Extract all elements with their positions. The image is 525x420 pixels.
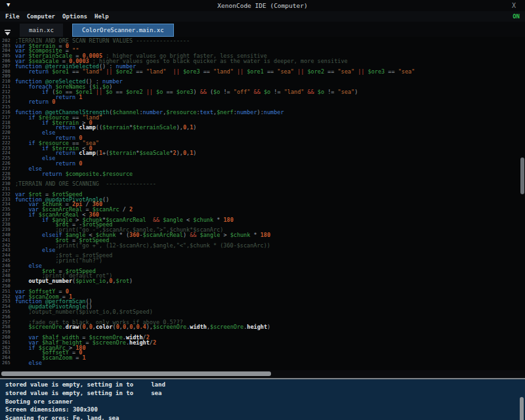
code-line[interactable]: 226 return 0 [0,161,525,167]
code-line[interactable]: 214 return 0 [0,100,525,105]
menu-computer[interactable]: Computer [27,13,55,20]
code-line[interactable]: 242 ;print("go +", (12-$scanArc),$angle,… [0,243,525,249]
window-title: XenonCode IDE (Computer) [0,2,525,9]
tab-main-xc[interactable]: main.xc [20,24,63,37]
menu-options[interactable]: Options [62,13,87,20]
line-code: ;TERRAIN AND ORE SCANNING --------------… [15,182,156,187]
code-line[interactable]: 202;TERRAIN AND ORE SCAN RETURN VALUES -… [0,39,525,44]
console-output: stored value is empty, setting in to lan… [0,379,525,420]
code-line[interactable]: 255 ;output_number($pivot_io,0,$rotSpeed… [0,310,525,315]
code-line[interactable]: 265 else [0,361,525,366]
code-editor[interactable]: 201202;TERRAIN AND ORE SCAN RETURN VALUE… [0,37,525,370]
line-code: return $ore1 == "land" || $ore2 == "land… [15,70,415,75]
code-line[interactable]: 264 $scanZoom = 1 [0,356,525,361]
code-line[interactable]: 213 return 1 [0,95,525,100]
code-line[interactable]: 249 output_number($pivot_io,0,$rot) [0,279,525,284]
console-line: Booting ore scanner [5,398,525,406]
ide-window: ▼ XenonCode IDE (Computer) X File Comput… [0,0,525,420]
collapse-all-icon[interactable] [4,26,11,33]
editor-horizontal-scrollbar[interactable] [0,370,525,378]
console-line: stored value is empty, setting in to sea [5,389,525,398]
line-number: 265 [0,361,15,366]
editor-vertical-scrollbar[interactable] [520,158,524,194]
horizontal-scroll-thumb[interactable] [1,371,271,376]
code-line[interactable]: 208 return $ore1 == "land" || $ore2 == "… [0,70,525,75]
console-line: stored value is empty, setting in to lan… [5,381,525,389]
line-code: output_number($pivot_io,0,$rot) [15,279,133,284]
tab-colororescanner-main-xc[interactable]: ColorOreScanner.main.xc [72,24,174,37]
line-code: return $composite.$resource [15,172,133,177]
menu-file[interactable]: File [5,13,20,20]
code-line[interactable]: 224 return clamp(1+($terrain*$seaScale*2… [0,151,525,156]
line-code: return 0 [15,100,55,105]
close-button[interactable]: X [512,2,516,9]
title-bar: ▼ XenonCode IDE (Computer) X [0,0,525,11]
code-lines: 201202;TERRAIN AND ORE SCAN RETURN VALUE… [0,37,525,366]
line-code: ;output_number($pivot_io,0,$rotSpeed) [15,310,153,315]
menu-bar: File Computer Options Help ON [0,11,525,22]
code-line[interactable]: 228 return $composite.$resource [0,172,525,177]
code-line[interactable]: 230;TERRAIN AND ORE SCANNING -----------… [0,182,525,187]
tab-label: ColorOreScanner.main.xc [82,27,164,33]
console-line: Screen dimensions: 300x300 [5,406,525,414]
console-scrollbar[interactable] [520,397,524,420]
console-line: Scanning for ores: Fe, land, sea [5,414,525,420]
tab-label: main.xc [29,27,54,33]
tab-bar: main.xc ColorOreScanner.main.xc [0,22,525,37]
console-lines: stored value is empty, setting in to lan… [0,379,525,420]
power-status[interactable]: ON [513,13,520,20]
code-line[interactable]: 250 [0,284,525,289]
code-line[interactable]: 258 $screenOre.draw(0,0,color(0,0,0,0.4)… [0,325,525,330]
line-code: $screenOre.draw(0,0,color(0,0,0,0.4),$sc… [15,325,270,330]
code-line[interactable]: 245 ;print("huh?") [0,259,525,264]
code-line[interactable]: 219 return clamp(($terrain*$terrainScale… [0,125,525,131]
line-code: else [15,361,42,366]
code-line[interactable]: 251var $offsetY = 0 [0,289,525,295]
menu-help[interactable]: Help [94,13,109,20]
